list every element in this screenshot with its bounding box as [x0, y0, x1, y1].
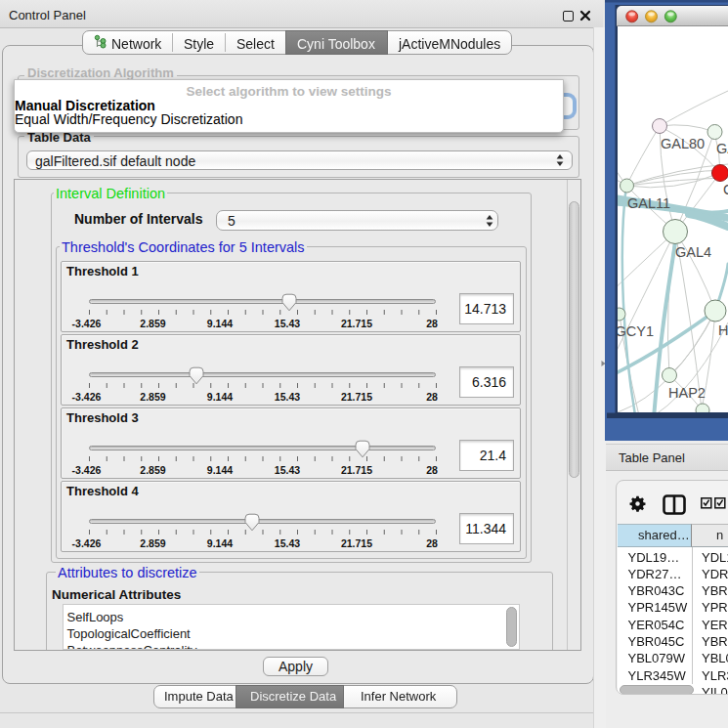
svg-text:GAL80: GAL80: [661, 136, 705, 151]
svg-text:H: H: [718, 322, 728, 338]
svg-text:GAL11: GAL11: [627, 195, 670, 211]
svg-text:HAP2: HAP2: [668, 385, 706, 401]
svg-text:GCY1: GCY1: [616, 323, 655, 339]
svg-text:GA: GA: [716, 141, 728, 156]
svg-text:C: C: [723, 182, 728, 197]
svg-text:GAL4: GAL4: [675, 244, 711, 260]
